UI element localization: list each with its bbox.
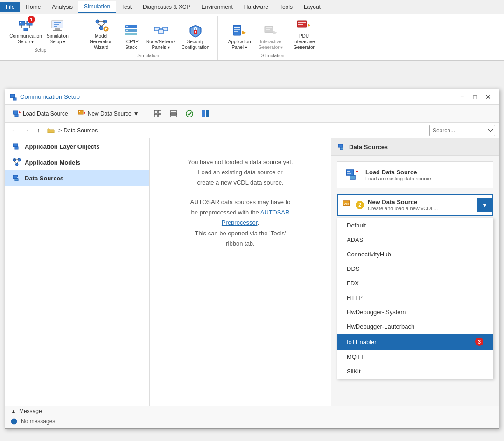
svg-rect-88 [340,147,343,150]
toolbar-icon-btn-2[interactable] [167,108,181,119]
svg-rect-51 [298,24,303,25]
menu-file[interactable]: File [0,2,20,12]
tcpip-icon [124,23,139,38]
center-content: You have not loaded a data source yet. L… [150,138,331,406]
app-panel-icon [232,23,247,38]
nav-forward-button[interactable]: → [21,125,31,136]
nav-back-button[interactable]: ← [9,125,19,136]
svg-rect-16 [55,28,60,30]
svg-rect-74 [202,110,205,117]
dialog-controls: − □ ✕ [456,92,494,102]
center-line8: ribbon tab. [226,240,254,247]
svg-point-80 [15,163,18,166]
dropdown-item-mqtt[interactable]: MQTT [337,350,493,364]
svg-rect-50 [298,22,306,23]
menu-layout[interactable]: Layout [298,2,326,12]
search-input[interactable] [430,126,486,135]
list-icon [169,110,178,118]
toolbar-separator-1 [147,108,147,119]
svg-rect-61 [78,110,83,114]
load-card-icon [345,167,360,182]
toolbar-new-btn[interactable]: New Data Source ▼ [74,108,143,119]
svg-line-82 [17,161,19,163]
tcpip-label: TCP/IP Stack [124,39,139,50]
dialog-close-button[interactable]: ✕ [482,92,494,102]
dropdown-item-silkit[interactable]: SilKit [337,364,493,379]
dropdown-item-http[interactable]: HTTP [337,290,493,305]
center-line3: create a new vCDL data source. [197,179,283,186]
dropdown-item-hwdebugger-lauterbach[interactable]: HwDebugger-Lauterbach [337,319,493,334]
new-datasource-dropdown-btn[interactable]: vCDL 2 New Data Source Create and load a… [337,194,493,216]
svg-rect-71 [170,113,177,115]
menu-tools[interactable]: Tools [274,2,298,12]
folder-icon-svg [47,127,55,134]
right-panel-title: Data Sources [349,144,388,151]
sidebar-item-app-models[interactable]: Application Models [5,154,149,170]
comm-setup-button[interactable]: 1 Communication Setup ▾ [9,16,42,47]
toolbar-color-btn[interactable] [198,108,212,119]
center-line5: be preprocessed with the [191,209,259,216]
toolbar-new-dropdown[interactable]: ▼ [133,110,139,117]
load-datasource-card[interactable]: Load Data Source Load an existing data s… [337,161,493,188]
load-card-text: Load Data Source Load an existing data s… [365,169,431,181]
nav-folder-icon [47,127,55,134]
search-box [429,125,495,136]
toolbar-icon-btn-1[interactable] [151,108,165,119]
menu-test[interactable]: Test [116,2,137,12]
new-ds-dropdown-arrow[interactable]: ▼ [477,198,492,212]
svg-rect-46 [266,27,272,28]
svg-rect-67 [158,110,161,113]
svg-line-81 [14,161,17,163]
svg-rect-75 [206,110,209,117]
search-dropdown-btn[interactable] [486,125,495,136]
dropdown-item-adas[interactable]: ADAS [337,233,493,247]
data-sources-icon-svg [13,174,21,182]
security-button[interactable]: Security Configuration [179,21,212,52]
message-bar-toggle[interactable]: ▲ Message [5,406,499,416]
svg-rect-32 [126,34,128,34]
toolbar-check-btn[interactable] [182,108,196,119]
menu-analysis[interactable]: Analysis [46,2,78,12]
interactive-gen-button[interactable]: Interactive Generator ▾ [256,21,286,52]
svg-rect-43 [234,31,238,32]
sidebar-item-data-sources[interactable]: Data Sources [5,170,149,186]
toolbar-load-btn[interactable]: Load Data Source [9,108,72,119]
menu-diagnostics[interactable]: Diagnostics & XCP [137,2,196,12]
dropdown-item-hwdebugger-isystem[interactable]: HwDebugger-iSystem [337,305,493,319]
new-ds-btn-main[interactable]: vCDL 2 New Data Source Create and load a… [338,195,477,215]
node-network-button[interactable]: Node/Network Panels ▾ [145,21,177,52]
ribbon: 1 Communication Setup ▾ [0,14,504,61]
menu-environment[interactable]: Environment [196,2,238,12]
sim-setup-button[interactable]: Simulation Setup ▾ [44,16,71,47]
app-panel-button[interactable]: Application Panel ▾ [225,21,254,52]
preprocessor-link[interactable]: Preprocessor [222,219,258,226]
model-gen-button[interactable]: Model Generation Wizard [85,16,118,52]
dropdown-item-iotenabler[interactable]: IoTEnabler 3 [337,334,493,350]
autosar-link[interactable]: AUTOSAR [260,209,290,216]
nav-up-button[interactable]: ↑ [33,125,43,136]
app-layer-icon-svg [13,142,21,151]
ribbon-group-simulation: Model Generation Wizard T [79,16,218,60]
app-models-icon-svg [13,158,21,166]
menu-hardware[interactable]: Hardware [238,2,274,12]
dialog-minimize-button[interactable]: − [456,92,468,102]
ribbon-group-setup: 1 Communication Setup ▾ [4,16,77,55]
dropdown-item-fdx[interactable]: FDX [337,276,493,290]
dropdown-item-default[interactable]: Default [337,218,493,233]
dialog-maximize-button[interactable]: □ [469,92,481,102]
center-line7: This can be opened via the 'Tools' [195,230,286,237]
dropdown-item-connectivity[interactable]: ConnectivityHub [337,247,493,262]
sim-setup-icon [50,18,65,33]
tcpip-button[interactable]: TCP/IP Stack [119,21,143,52]
svg-text:i: i [14,420,15,424]
data-sources-icon [13,174,21,182]
dropdown-item-dds[interactable]: DDS [337,262,493,276]
model-gen-icon-area [94,18,109,33]
sidebar-item-app-layer[interactable]: Application Layer Objects [5,138,149,154]
menu-home[interactable]: Home [20,2,46,12]
menu-simulation[interactable]: Simulation [78,1,116,13]
color-icon [201,110,210,118]
pdu-gen-button[interactable]: PDU Interactive Generator [287,16,320,52]
sidebar-data-sources-label: Data Sources [25,175,63,182]
new-ds-title: New Data Source [368,199,438,206]
